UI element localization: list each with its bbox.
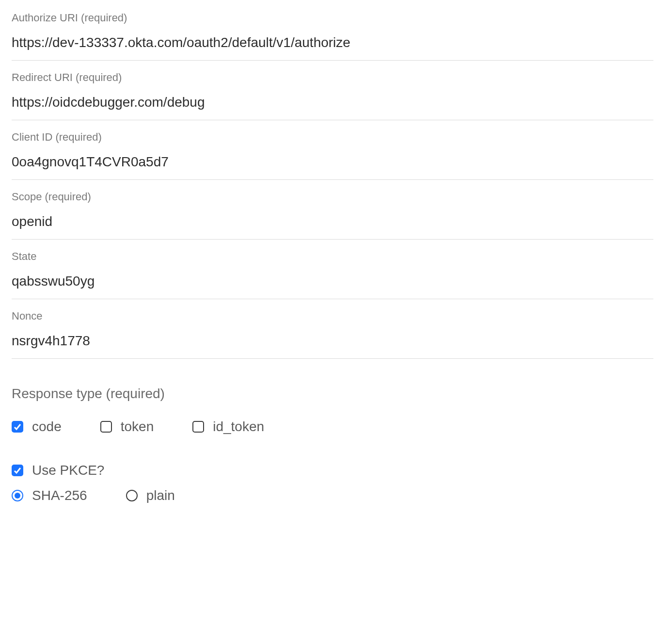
nonce-input[interactable] (12, 332, 653, 350)
state-field: State (12, 250, 653, 299)
redirect-uri-label: Redirect URI (required) (12, 71, 653, 84)
response-type-heading: Response type (required) (12, 386, 653, 402)
response-type-id-token-checkbox[interactable] (192, 421, 204, 433)
client-id-label: Client ID (required) (12, 131, 653, 144)
authorize-uri-input[interactable] (12, 34, 653, 51)
use-pkce-option[interactable]: Use PKCE? (12, 463, 653, 478)
redirect-uri-input[interactable] (12, 94, 653, 111)
scope-input[interactable] (12, 213, 653, 230)
scope-label: Scope (required) (12, 191, 653, 203)
response-type-token-label: token (121, 419, 154, 435)
response-type-id-token-label: id_token (213, 419, 264, 435)
pkce-sha256-option[interactable]: SHA-256 (12, 488, 87, 503)
use-pkce-label: Use PKCE? (32, 463, 104, 478)
response-type-code-option[interactable]: code (12, 419, 62, 435)
check-icon (14, 467, 21, 474)
response-type-code-label: code (32, 419, 62, 435)
response-type-code-checkbox[interactable] (12, 421, 23, 433)
authorize-uri-label: Authorize URI (required) (12, 12, 653, 24)
use-pkce-checkbox[interactable] (12, 465, 23, 476)
redirect-uri-field: Redirect URI (required) (12, 71, 653, 120)
response-type-options: code token id_token (12, 419, 653, 435)
client-id-input[interactable] (12, 153, 653, 171)
pkce-plain-label: plain (146, 488, 175, 503)
response-type-token-option[interactable]: token (100, 419, 154, 435)
pkce-sha256-label: SHA-256 (32, 488, 87, 503)
nonce-field: Nonce (12, 310, 653, 359)
authorize-uri-field: Authorize URI (required) (12, 12, 653, 61)
client-id-field: Client ID (required) (12, 131, 653, 180)
nonce-label: Nonce (12, 310, 653, 322)
pkce-plain-radio[interactable] (126, 490, 138, 501)
pkce-sha256-radio[interactable] (12, 490, 23, 501)
state-label: State (12, 250, 653, 263)
pkce-method-options: SHA-256 plain (12, 488, 653, 503)
pkce-plain-option[interactable]: plain (126, 488, 175, 503)
check-icon (14, 423, 21, 431)
scope-field: Scope (required) (12, 191, 653, 240)
response-type-id-token-option[interactable]: id_token (192, 419, 264, 435)
response-type-token-checkbox[interactable] (100, 421, 112, 433)
state-input[interactable] (12, 273, 653, 290)
